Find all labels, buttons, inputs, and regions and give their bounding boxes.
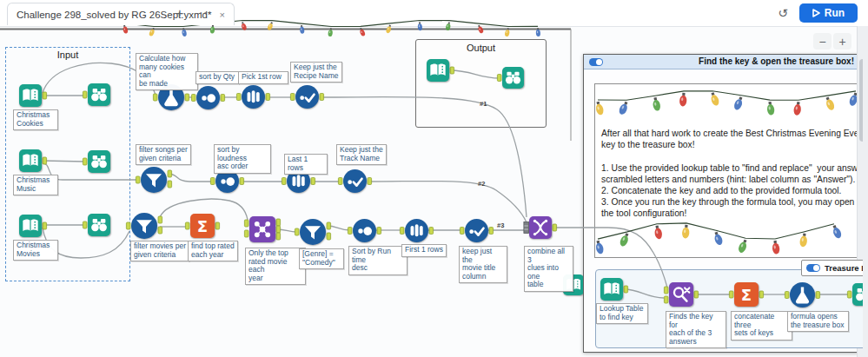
select-track-name-tool[interactable] xyxy=(343,169,367,193)
find-replace-key-tool[interactable] xyxy=(669,282,693,307)
input-christmas-movies-annotation: Christmas Movies xyxy=(13,240,58,261)
input-icon xyxy=(19,149,42,172)
treasure-box-title: Treasure Box xyxy=(825,263,868,273)
union-combine-annotation: combine all 3 clues into one table xyxy=(524,246,573,292)
sample-icon xyxy=(405,219,428,242)
select-movie-title-tool[interactable] xyxy=(465,219,488,242)
zoom-out-button[interactable]: − xyxy=(813,33,832,50)
summarize-icon: Σ xyxy=(190,214,215,238)
union-icon xyxy=(529,216,552,239)
select-recipe-name-tool[interactable] xyxy=(295,85,319,109)
join-top-movie-annotation: Only the top rated movie each year xyxy=(245,248,306,285)
select-icon xyxy=(465,219,488,242)
sample-last-1-annotation: Last 1 rows xyxy=(284,154,328,175)
input-icon xyxy=(19,215,42,237)
sample-icon xyxy=(242,85,265,109)
select-icon xyxy=(343,169,367,193)
output-input-data-tool[interactable] xyxy=(427,59,449,82)
input-christmas-music-tool[interactable] xyxy=(19,149,42,172)
lookup-table-input-tool[interactable] xyxy=(600,278,623,301)
summarize-icon: Σ xyxy=(734,282,759,307)
sort-qty-tool[interactable] xyxy=(196,86,220,109)
sample-first-1-annotation: First 1 rows xyxy=(401,244,447,257)
select-recipe-name-annotation: Keep just the Recipe Name xyxy=(290,62,342,83)
sort-icon xyxy=(353,219,376,242)
select-track-name-annotation: Keep just the Track Name xyxy=(336,144,387,165)
browse-movies-tool[interactable] xyxy=(88,214,110,236)
input-christmas-cookies-annotation: Christmas Cookies xyxy=(13,109,58,130)
join-icon xyxy=(249,216,275,242)
sort-loudness-annotation: sort by loudness asc order xyxy=(214,144,271,174)
browse-icon xyxy=(88,214,110,236)
svg-text:#3: #3 xyxy=(497,221,504,229)
sample-pick-1st-tool[interactable] xyxy=(242,85,265,109)
tab-close-icon[interactable]: × xyxy=(219,10,224,20)
sort-runtime-tool[interactable] xyxy=(353,219,376,242)
svg-text:#2: #2 xyxy=(478,180,485,188)
tab-overflow-button[interactable]: ⋯ xyxy=(196,5,214,21)
filter-comedy-annotation: [Genre] = "Comedy" xyxy=(299,248,344,269)
filter-icon xyxy=(131,213,157,239)
union-combine-tool[interactable] xyxy=(529,216,552,239)
svg-text:Σ: Σ xyxy=(741,286,752,304)
join-top-movie-tool[interactable] xyxy=(249,216,275,242)
filter-icon xyxy=(300,219,326,245)
zoom-in-button[interactable]: + xyxy=(833,33,851,50)
lookup-table-input-annotation: Lookup Table to find key xyxy=(596,303,648,324)
filter-movies-annotation: filter movies per given criteria xyxy=(130,241,189,261)
browse-icon xyxy=(88,83,110,106)
formula-treasure-annotation: formula opens the treasure box xyxy=(787,311,849,332)
find-replace-key-annotation: Finds the key for each of the 3 answers xyxy=(666,311,726,348)
alteryx-designer-window: Challenge 298_solved by RG 26Sept.yxmd* … xyxy=(0,0,868,357)
filter-songs-annotation: filter songs per given criteria xyxy=(136,144,191,165)
input-christmas-music-annotation: Christmas Music xyxy=(13,175,58,195)
formula-cookies-annotation: Calculate how many cookies can be made xyxy=(136,53,198,90)
browse-icon xyxy=(502,67,524,89)
instructions-comment: After all that hard work to create the B… xyxy=(594,83,858,258)
sample-pick-1st-annotation: Pick 1st row xyxy=(238,71,288,84)
browse-cookies-tool[interactable] xyxy=(88,83,110,106)
summarize-concat-keys-annotation: concatenate three sets of keys xyxy=(731,311,792,340)
browse-music-tool[interactable] xyxy=(88,150,110,173)
output-tool-container[interactable]: Output xyxy=(415,39,547,128)
panel-enabled-toggle[interactable] xyxy=(589,58,603,66)
panel-title: Find the key & open the treasure box! xyxy=(699,56,854,66)
treasure-box-toggle[interactable] xyxy=(806,264,820,272)
sort-icon xyxy=(196,86,220,109)
summarize-concat-keys-tool[interactable]: Σ xyxy=(734,282,759,307)
history-icon[interactable]: ↺ xyxy=(778,6,788,20)
formula-icon xyxy=(790,282,815,307)
findreplace-icon xyxy=(669,282,693,307)
treasure-box-header[interactable]: Treasure Box xyxy=(801,260,868,276)
input-icon xyxy=(600,278,623,301)
filter-comedy-tool[interactable] xyxy=(300,219,326,245)
select-movie-title-annotation: keep just the movie title column xyxy=(459,246,507,283)
instructions-text: After all that hard work to create the B… xyxy=(601,128,858,220)
summarize-top-rated-annotation: find top rated each year xyxy=(188,241,238,261)
play-icon xyxy=(812,9,820,17)
output-container-title: Output xyxy=(416,43,546,53)
filter-icon xyxy=(141,167,167,193)
input-icon xyxy=(19,84,42,107)
run-button-label: Run xyxy=(825,7,845,19)
filter-movies-tool[interactable] xyxy=(131,213,157,239)
browse-icon xyxy=(88,150,110,173)
select-icon xyxy=(295,85,319,109)
sort-qty-annotation: sort by Qty xyxy=(195,71,239,84)
input-christmas-movies-tool[interactable] xyxy=(19,215,42,237)
canvas-zoom-controls: − + xyxy=(813,33,851,50)
output-browse-tool[interactable] xyxy=(502,67,524,89)
run-button[interactable]: Run xyxy=(799,3,858,23)
svg-text:Σ: Σ xyxy=(197,217,208,235)
formula-treasure-tool[interactable] xyxy=(790,282,815,307)
summarize-top-rated-tool[interactable]: Σ xyxy=(190,214,215,238)
panel-header[interactable]: Find the key & open the treasure box! xyxy=(584,55,858,69)
sample-first-1-tool[interactable] xyxy=(405,219,428,242)
new-tab-button[interactable]: + xyxy=(171,5,189,21)
window-edge-strip xyxy=(863,26,868,357)
filter-songs-tool[interactable] xyxy=(141,167,167,193)
input-container-title: Input xyxy=(6,50,129,60)
input-icon xyxy=(427,59,449,82)
sort-runtime-annotation: Sort by Run time desc xyxy=(348,246,407,275)
input-christmas-cookies-tool[interactable] xyxy=(19,84,42,107)
